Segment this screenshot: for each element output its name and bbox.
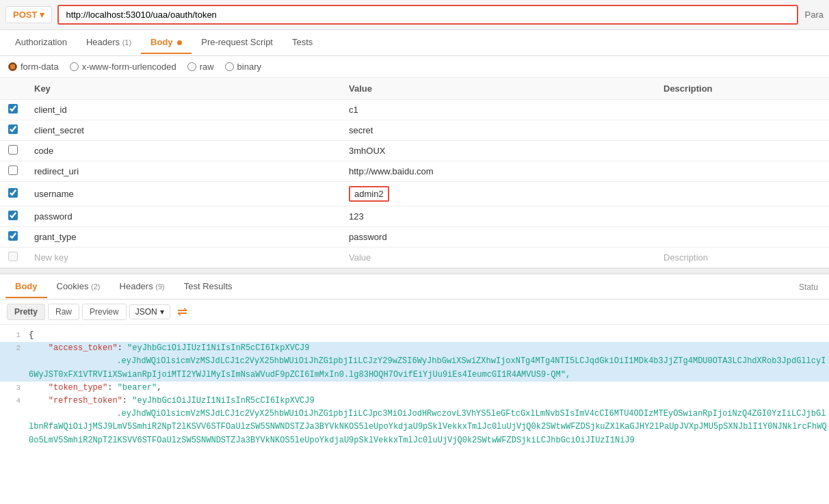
json-select[interactable]: JSON ▾ bbox=[129, 304, 170, 319]
row-checkbox[interactable] bbox=[8, 211, 18, 220]
line-num-3: 3 bbox=[0, 382, 21, 395]
tab-tests[interactable]: Tests bbox=[282, 31, 322, 54]
row-value: password bbox=[341, 227, 655, 248]
row-description-placeholder[interactable]: Description bbox=[655, 248, 829, 268]
format-bar: Pretty Raw Preview JSON ▾ ⇌ bbox=[0, 300, 829, 325]
json-key-access-token: "access_token" bbox=[49, 343, 118, 353]
radio-form-data[interactable]: form-data bbox=[8, 62, 59, 72]
tab-authorization[interactable]: Authorization bbox=[5, 31, 77, 54]
row-description bbox=[655, 141, 829, 161]
status-label: Statu bbox=[799, 282, 824, 292]
row-checkbox-col bbox=[0, 141, 26, 161]
method-badge[interactable]: POST ▾ bbox=[5, 6, 52, 23]
body-type-row: form-data x-www-form-urlencoded raw bina… bbox=[0, 56, 829, 78]
format-preview-button[interactable]: Preview bbox=[82, 304, 127, 320]
form-table: Key Value Description client_id c1 clien… bbox=[0, 78, 829, 268]
row-key: code bbox=[26, 141, 341, 161]
radio-urlencoded-label: x-www-form-urlencoded bbox=[82, 62, 176, 72]
radio-binary-input[interactable] bbox=[225, 62, 234, 71]
json-brace-open: { bbox=[29, 329, 34, 342]
format-raw-button[interactable]: Raw bbox=[48, 304, 79, 320]
row-checkbox[interactable] bbox=[8, 231, 18, 241]
row-key: client_secret bbox=[26, 120, 341, 141]
row-checkbox[interactable] bbox=[8, 104, 18, 114]
json-access-token: "access_token": "eyJhbGciOiJIUzI1NiIsInR… bbox=[29, 342, 829, 382]
row-checkbox[interactable] bbox=[8, 165, 18, 175]
tab-authorization-label: Authorization bbox=[15, 37, 67, 47]
section-divider bbox=[0, 268, 829, 274]
tab-headers-label: Headers (1) bbox=[86, 37, 131, 47]
row-value: secret bbox=[341, 120, 655, 141]
json-key-token-type: "token_type" bbox=[49, 383, 107, 393]
table-row: code 3mhOUX bbox=[0, 141, 829, 161]
resp-tab-cookies[interactable]: Cookies (2) bbox=[47, 276, 110, 298]
table-row: username admin2 bbox=[0, 182, 829, 207]
json-key-refresh-token: "refresh_token" bbox=[49, 396, 122, 406]
wrap-icon[interactable]: ⇌ bbox=[177, 304, 187, 319]
json-line-3: 3 "token_type": "bearer", bbox=[0, 382, 829, 395]
row-description bbox=[655, 182, 829, 207]
table-row: client_id c1 bbox=[0, 100, 829, 120]
row-value: admin2 bbox=[341, 182, 655, 207]
radio-form-data-label: form-data bbox=[21, 62, 59, 72]
row-value: 3mhOUX bbox=[341, 141, 655, 161]
th-checkbox bbox=[0, 78, 26, 100]
tab-pre-request-label: Pre-request Script bbox=[201, 37, 273, 47]
row-description bbox=[655, 120, 829, 141]
json-line-4: 4 "refresh_token": "eyJhbGciOiJIUzI1NiIs… bbox=[0, 395, 829, 447]
radio-raw-input[interactable] bbox=[187, 62, 196, 71]
row-description bbox=[655, 227, 829, 248]
json-line-2: 2 "access_token": "eyJhbGciOiJIUzI1NiIsI… bbox=[0, 342, 829, 382]
resp-tab-cookies-label: Cookies (2) bbox=[57, 281, 101, 291]
row-description bbox=[655, 100, 829, 120]
json-select-label: JSON bbox=[135, 307, 157, 317]
json-refresh-token: "refresh_token": "eyJhbGciOiJIUzI1NiIsIn… bbox=[29, 395, 829, 447]
radio-raw[interactable]: raw bbox=[187, 62, 214, 72]
resp-tab-test-results-label: Test Results bbox=[184, 281, 233, 291]
resp-tab-body[interactable]: Body bbox=[5, 276, 47, 298]
json-chevron-icon: ▾ bbox=[160, 307, 164, 317]
row-checkbox-col bbox=[0, 161, 26, 182]
row-checkbox-col-placeholder bbox=[0, 248, 26, 268]
th-value: Value bbox=[341, 78, 655, 100]
request-tabs-row: Authorization Headers (1) Body Pre-reque… bbox=[0, 30, 829, 56]
row-checkbox-col bbox=[0, 120, 26, 141]
tab-headers[interactable]: Headers (1) bbox=[77, 31, 141, 54]
table-row: grant_type password bbox=[0, 227, 829, 248]
format-pretty-button[interactable]: Pretty bbox=[7, 304, 45, 320]
json-token-type: "token_type": "bearer", bbox=[29, 382, 161, 395]
json-val-refresh-token-2: .eyJhdWQiOlsicmVzMSJdLCJ1c2VyX25hbWUiOiJ… bbox=[29, 409, 827, 445]
row-value-placeholder[interactable]: Value bbox=[341, 248, 655, 268]
tab-body[interactable]: Body bbox=[141, 31, 192, 54]
radio-form-data-input[interactable] bbox=[8, 62, 17, 71]
resp-headers-badge: (9) bbox=[155, 282, 164, 291]
row-checkbox[interactable] bbox=[8, 145, 18, 155]
row-value: c1 bbox=[341, 100, 655, 120]
row-checkbox-placeholder[interactable] bbox=[8, 252, 18, 261]
resp-tab-headers-label: Headers (9) bbox=[120, 281, 165, 291]
json-val-token-type: "bearer" bbox=[118, 383, 157, 393]
main-content: POST ▾ Para Authorization Headers (1) Bo… bbox=[0, 0, 829, 504]
table-header-row: Key Value Description bbox=[0, 78, 829, 100]
line-num-2: 2 bbox=[0, 343, 21, 355]
radio-urlencoded-input[interactable] bbox=[70, 62, 79, 71]
json-str-refresh-continuation: .eyJhdWQiOlsicmVzMSJdLCJ1c2VyX25hbWUiOiJ… bbox=[29, 409, 827, 445]
url-input[interactable] bbox=[57, 5, 798, 25]
resp-tab-test-results[interactable]: Test Results bbox=[174, 276, 242, 298]
row-checkbox[interactable] bbox=[8, 124, 18, 134]
tab-pre-request[interactable]: Pre-request Script bbox=[192, 31, 282, 54]
th-description: Description bbox=[655, 78, 829, 100]
row-checkbox[interactable] bbox=[8, 188, 18, 198]
cookies-badge: (2) bbox=[91, 282, 100, 291]
resp-tab-body-label: Body bbox=[15, 281, 38, 291]
radio-binary[interactable]: binary bbox=[225, 62, 261, 72]
radio-raw-label: raw bbox=[200, 62, 214, 72]
tab-body-label: Body bbox=[150, 37, 173, 47]
resp-tab-headers[interactable]: Headers (9) bbox=[110, 276, 174, 298]
row-key: grant_type bbox=[26, 227, 341, 248]
row-checkbox-col bbox=[0, 100, 26, 120]
method-label: POST bbox=[13, 10, 37, 20]
url-bar: POST ▾ Para bbox=[0, 0, 829, 30]
radio-urlencoded[interactable]: x-www-form-urlencoded bbox=[70, 62, 176, 72]
row-key-placeholder[interactable]: New key bbox=[26, 248, 341, 268]
